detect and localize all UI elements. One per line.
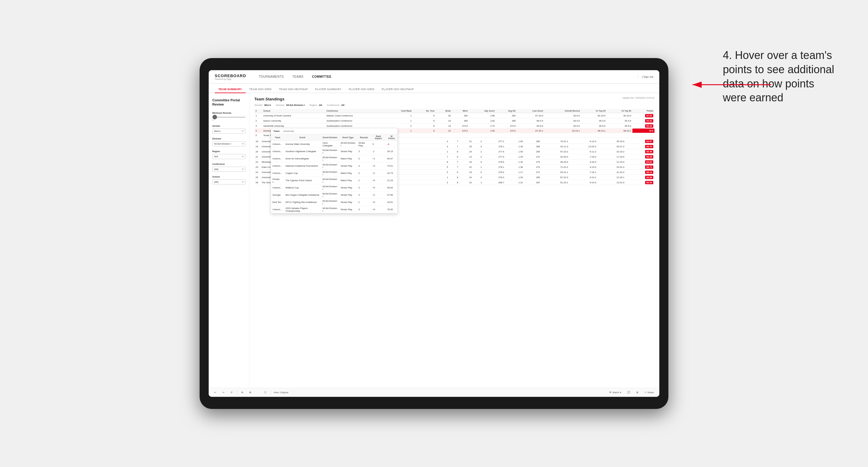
sub-nav-player-h2h-heatmap[interactable]: PLAYER H2H HEATMAP [378, 86, 417, 93]
cell-conf-rank: 1 [439, 149, 449, 154]
tooltip-cell-rounds: 3 [357, 206, 371, 213]
nav-teams[interactable]: TEAMS [288, 74, 307, 80]
sidebar-header-text: Committee Portal Review [212, 98, 240, 106]
col-avg-sg: Avg SG [496, 109, 517, 113]
cell-vs25: 50-10-0 [581, 113, 607, 118]
cell-no-tour: 7 [449, 159, 459, 164]
cell-points[interactable]: 88.48 [625, 154, 654, 159]
cell-vs25: 58-24-1 [581, 129, 607, 133]
col-vs-top-50: Vs Top 50 [607, 109, 632, 113]
cell-points[interactable]: 83.07 [625, 139, 654, 144]
cell-points[interactable]: 90.30 [632, 123, 654, 129]
cell-points[interactable]: 83.89 [625, 175, 654, 180]
sub-nav-player-summary[interactable]: PLAYER SUMMARY [311, 86, 345, 93]
tooltip-cell-type: Stroke Play [339, 148, 357, 155]
cell-points[interactable]: 88.49 [625, 149, 654, 154]
cell-vs25: 3-14-1 [569, 175, 597, 180]
cell-points[interactable]: 88.70 [625, 144, 654, 149]
sub-nav-team-h2h-grid[interactable]: TEAM H2H GRID [246, 86, 275, 93]
col-rank: # [254, 109, 262, 113]
cell-points[interactable]: 97.02 [632, 113, 654, 118]
division-select[interactable]: NCAA Division I NCAA Division II NAIA Al… [212, 141, 246, 146]
cell-conf-rank: 2 [439, 180, 449, 185]
cell-points[interactable]: 79.5 [632, 129, 654, 133]
cell-points[interactable]: 88.71 [625, 164, 654, 170]
copy-button[interactable]: ⧉ [240, 391, 245, 395]
cell-points[interactable]: 80.94 [625, 180, 654, 185]
paste-button[interactable]: ⊞ [247, 391, 253, 395]
conference-select[interactable]: (All) ACC Big Ten SEC Pac-12 [212, 167, 246, 172]
cell-bnds: 24 [459, 175, 473, 180]
top-nav: SCOREBOARD Powered by clippi TOURNAMENTS… [209, 70, 659, 84]
cell-rank: 4 [254, 129, 262, 133]
nav-committee[interactable]: COMMITTEE [308, 74, 335, 80]
tooltip-team-value: University [283, 130, 294, 132]
cell-low-score: 260 [524, 139, 541, 144]
tooltip-cell-rounds: 3 [357, 155, 371, 162]
cell-bnds: 22 [459, 180, 473, 185]
comment-button[interactable]: 💬 [625, 391, 632, 395]
school-select[interactable]: (All) [212, 179, 246, 185]
cell-points[interactable]: 93.31 [632, 118, 654, 123]
filter-conference: Conference: All [327, 104, 344, 106]
tooltip-cell-type: Match Play [339, 170, 357, 177]
cell-overall-record: 46-29-0 [541, 159, 569, 164]
update-time-value: 13/03/2024 10:03:42 [635, 97, 654, 99]
cell-points[interactable]: 83.81 [625, 159, 654, 164]
cell-conf-rank: 5 [439, 170, 449, 175]
cell-vs50: 32-19-2 [597, 149, 625, 154]
update-time-label: Update time: [622, 97, 634, 99]
cell-vs25: 7-19-1 [569, 170, 597, 175]
tablet-shell: SCOREBOARD Powered by clippi TOURNAMENTS… [199, 58, 669, 409]
undo-button[interactable]: ↩ [212, 391, 218, 395]
cell-overall-record: 53-41-1 [541, 170, 569, 175]
gender-select[interactable]: Men's Women's All [212, 129, 246, 134]
sign-out-button[interactable]: | Sign out [638, 75, 653, 78]
tooltip-row: Univers... Southern Highlands Collegiate… [271, 148, 397, 155]
cell-avg-sg: 1.45 [505, 144, 524, 149]
tooltip-col-event-div: Event Division [321, 134, 339, 141]
share-button[interactable]: ↗ Share [643, 391, 656, 395]
tooltip-cell-rounds: 3 [357, 191, 371, 199]
grid-button[interactable]: ⊞ [634, 391, 640, 395]
sub-nav-player-h2h-grid[interactable]: PLAYER H2H GRID [345, 86, 378, 93]
cell-vs25: 46-5-0 [581, 123, 607, 129]
tooltip-cell-event: The Cypress Point Classic [284, 177, 321, 184]
cell-points[interactable] [632, 133, 654, 137]
tooltip-cell-div: Celci-Collegiate [321, 141, 339, 148]
table-row: 2 Auburn University Southeastern Confere… [254, 118, 654, 123]
min-rounds-slider[interactable] [212, 117, 246, 118]
tooltip-cell-rounds: 2 [357, 177, 371, 184]
tooltip-cell-team: Univers... [271, 148, 284, 155]
region-select[interactable]: N/A East West South Midwest All [212, 154, 246, 159]
redo-button[interactable]: ↪ [220, 391, 226, 395]
sub-nav-team-h2h-heatmap[interactable]: TEAM H2H HEATMAP [275, 86, 311, 93]
cell-adj-score: 279.3 [483, 175, 505, 180]
cell-rank: 26 [254, 180, 260, 185]
nav-tournaments[interactable]: TOURNAMENTS [255, 74, 288, 80]
division-filter-label: Division: [276, 104, 285, 106]
eye-icon: 👁 [609, 391, 612, 394]
cell-no-tour: 8 [413, 129, 436, 133]
update-time: Update time: 13/03/2024 10:03:42 [622, 97, 654, 99]
tooltip-cell-div: NCAA Division I [321, 148, 339, 155]
cell-conf-rank: 7 [439, 154, 449, 159]
cell-vs25: 35-4-0 [581, 118, 607, 123]
cell-points[interactable]: 88.14 [625, 170, 654, 175]
cell-vs50: 50-10-0 [607, 113, 632, 118]
reset-button[interactable]: ↺ [229, 391, 235, 395]
cell-rank: 24 [254, 170, 260, 175]
cell-low-score: 271 [524, 170, 541, 175]
cell-wins: 0 [473, 170, 483, 175]
cell-bnds: 19 [436, 123, 452, 129]
tooltip-col-event: Event [284, 134, 321, 141]
sidebar-label-min-rounds: Minimum Rounds [212, 112, 246, 114]
gender-filter-value: Men's [264, 104, 271, 106]
info-button[interactable]: ⓘ [262, 390, 268, 395]
watch-button[interactable]: 👁 Watch ▾ [607, 391, 623, 395]
tooltip-header: Team University [271, 128, 397, 134]
sidebar-label-region: Region [212, 150, 246, 153]
tooltip-cell-event: Southern Highlands Collegiate [284, 148, 321, 155]
cell-vs50: 17-19-0 [597, 154, 625, 159]
sub-nav-team-summary[interactable]: TEAM SUMMARY [215, 86, 246, 93]
